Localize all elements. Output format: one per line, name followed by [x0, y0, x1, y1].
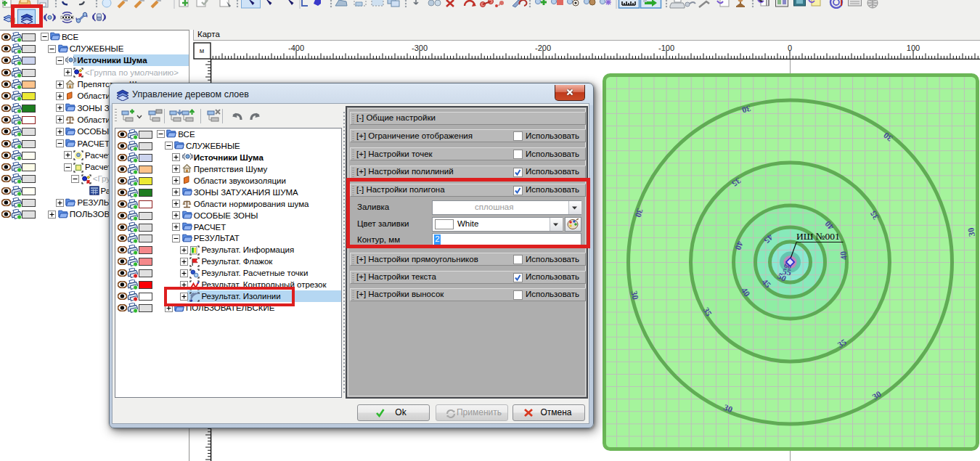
svg-text:-400: -400 — [288, 44, 304, 52]
svg-text:40: 40 — [838, 250, 849, 261]
svg-text:м: м — [200, 46, 205, 54]
svg-text:-200: -200 — [535, 44, 551, 52]
svg-text:30: 30 — [965, 227, 977, 237]
svg-text:0: 0 — [788, 44, 792, 52]
svg-text:-100: -100 — [658, 44, 674, 52]
svg-text:-300: -300 — [412, 44, 428, 52]
svg-text:100: 100 — [907, 44, 920, 52]
svg-text:ИШ №001: ИШ №001 — [796, 231, 840, 242]
